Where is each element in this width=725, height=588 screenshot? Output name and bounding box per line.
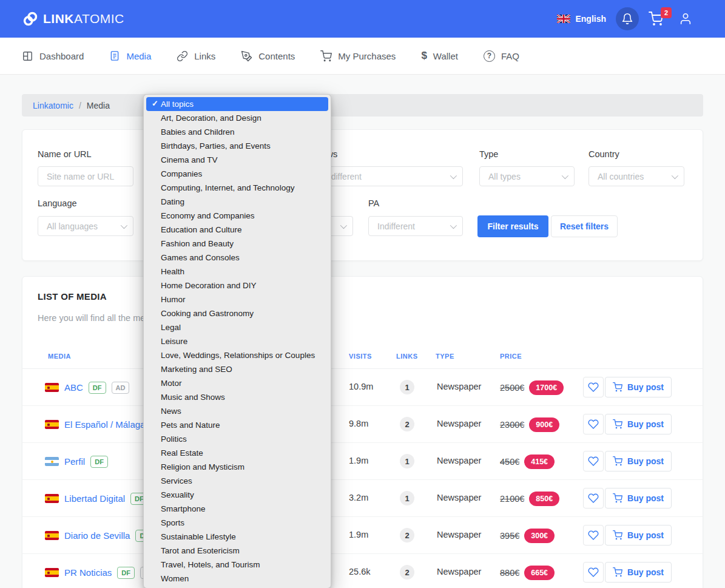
buy-post-button[interactable]: Buy post xyxy=(605,414,672,434)
cart-icon xyxy=(320,50,332,62)
topic-option[interactable]: Humor xyxy=(144,292,331,306)
type-value: Newspaper xyxy=(437,530,481,539)
tab-my-purchases[interactable]: My Purchases xyxy=(320,50,396,62)
buy-post-button[interactable]: Buy post xyxy=(605,488,672,509)
list-title: LIST OF MEDIA xyxy=(38,291,107,302)
old-price: 2500€ xyxy=(500,383,524,393)
country-select[interactable]: All countries xyxy=(588,166,684,186)
media-link[interactable]: Diario de Sevilla xyxy=(64,530,130,541)
cart-icon xyxy=(613,456,622,466)
topic-option[interactable]: Cinema and TV xyxy=(144,153,331,167)
links-count-badge: 2 xyxy=(400,528,414,542)
topic-option[interactable]: Love, Weddings, Relationships or Couples xyxy=(144,348,331,362)
media-link[interactable]: Perfil xyxy=(64,456,85,467)
tab-dashboard[interactable]: Dashboard xyxy=(22,50,84,62)
pa-select[interactable]: Indifferent xyxy=(368,216,463,236)
media-link[interactable]: ABC xyxy=(64,382,83,393)
topic-option[interactable]: Sexuality xyxy=(144,488,331,502)
topic-option[interactable]: Real Estate xyxy=(144,446,331,460)
dollar-icon: $ xyxy=(421,50,427,62)
col-media[interactable]: MEDIA xyxy=(48,353,71,360)
tab-links[interactable]: Links xyxy=(177,50,215,62)
buy-post-button[interactable]: Buy post xyxy=(605,525,672,546)
follows-select[interactable]: Indifferent xyxy=(315,166,463,186)
buy-post-button[interactable]: Buy post xyxy=(605,562,672,583)
col-visits[interactable]: VISITS xyxy=(349,353,372,360)
topic-option[interactable]: Art, Decoration, and Design xyxy=(144,111,331,125)
cart-count-badge: 2 xyxy=(661,7,672,18)
favorite-button[interactable] xyxy=(583,414,604,434)
topic-option[interactable]: Legal xyxy=(144,320,331,334)
heart-icon xyxy=(588,456,599,467)
cart-button[interactable]: 2 xyxy=(649,12,669,26)
old-price: 2300€ xyxy=(500,420,524,430)
favorite-button[interactable] xyxy=(583,525,604,546)
tab-contents[interactable]: Contents xyxy=(241,50,295,62)
topic-option[interactable]: Sports xyxy=(144,516,331,530)
price-badge: 415€ xyxy=(524,455,555,469)
topic-option[interactable]: Birthdays, Parties, and Events xyxy=(144,139,331,153)
topic-option[interactable]: Health xyxy=(144,265,331,279)
tab-faq[interactable]: ? FAQ xyxy=(484,50,519,62)
language-select[interactable]: All languages xyxy=(38,216,133,236)
topic-option[interactable]: Leisure xyxy=(144,334,331,348)
topic-option[interactable]: Sustainable Lifestyle xyxy=(144,530,331,544)
topic-option[interactable]: Companies xyxy=(144,167,331,181)
notifications-button[interactable] xyxy=(616,7,639,30)
favorite-button[interactable] xyxy=(583,562,604,583)
logo-text: LINKATOMIC xyxy=(43,12,124,26)
topic-option[interactable]: Politics xyxy=(144,432,331,446)
col-type[interactable]: TYPE xyxy=(436,353,454,360)
table-header: MEDIA VISITS LINKS TYPE PRICE xyxy=(22,346,703,369)
topic-option[interactable]: Marketing and SEO xyxy=(144,362,331,376)
topic-option[interactable]: Services xyxy=(144,474,331,488)
media-link[interactable]: Libertad Digital xyxy=(64,493,125,504)
topic-option[interactable]: Smartphone xyxy=(144,502,331,516)
col-price[interactable]: PRICE xyxy=(500,353,522,360)
topic-option[interactable]: Home Decoration and DIY xyxy=(144,279,331,292)
user-menu-button[interactable] xyxy=(679,12,692,25)
topic-option[interactable]: Religion and Mysticism xyxy=(144,460,331,474)
language-selector[interactable]: English xyxy=(557,14,606,24)
topic-option[interactable]: Cooking and Gastronomy xyxy=(144,306,331,320)
breadcrumb-root-link[interactable]: Linkatomic xyxy=(33,101,73,110)
topic-option[interactable]: Music and Shows xyxy=(144,390,331,404)
media-link[interactable]: El Español / Málaga xyxy=(64,419,145,430)
cart-icon xyxy=(613,530,622,540)
topic-option[interactable]: Economy and Companies xyxy=(144,209,331,223)
topic-option[interactable]: ✓ All topics xyxy=(146,97,328,111)
favorite-button[interactable] xyxy=(583,451,604,471)
topic-option[interactable]: Babies and Children xyxy=(144,125,331,139)
filter-results-button[interactable]: Filter results xyxy=(477,215,548,237)
type-value: Newspaper xyxy=(437,493,481,502)
topic-option[interactable]: Pets and Nature xyxy=(144,418,331,432)
topic-option[interactable]: Travel, Hotels, and Tourism xyxy=(144,558,331,572)
favorite-button[interactable] xyxy=(583,377,604,397)
cart-icon xyxy=(613,567,622,577)
bell-icon xyxy=(621,13,633,25)
uk-flag-icon xyxy=(557,15,570,23)
topic-option[interactable]: Women xyxy=(144,572,331,586)
buy-post-button[interactable]: Buy post xyxy=(605,377,672,397)
reset-filters-button[interactable]: Reset filters xyxy=(551,215,618,237)
buy-post-button[interactable]: Buy post xyxy=(605,451,672,471)
topic-option[interactable]: Games and Consoles xyxy=(144,251,331,265)
media-link[interactable]: PR Noticias xyxy=(64,567,112,578)
topic-option[interactable]: Dating xyxy=(144,195,331,209)
links-count-badge: 2 xyxy=(400,417,414,431)
tab-media[interactable]: Media xyxy=(109,50,151,61)
topic-option[interactable]: Motor xyxy=(144,376,331,390)
topic-option[interactable]: News xyxy=(144,404,331,418)
tab-wallet[interactable]: $ Wallet xyxy=(421,50,458,62)
topic-option[interactable]: Computing, Internet, and Technology xyxy=(144,181,331,195)
topic-option[interactable]: Tarot and Esotericism xyxy=(144,544,331,558)
topic-option[interactable]: Education and Culture xyxy=(144,223,331,237)
type-select[interactable]: All types xyxy=(479,166,575,186)
favorite-button[interactable] xyxy=(583,488,604,509)
topic-option[interactable]: Fashion and Beauty xyxy=(144,237,331,251)
col-links[interactable]: LINKS xyxy=(396,353,418,360)
table-row: Diario de Sevilla DF 1.9m 2 Newspaper 39… xyxy=(22,517,703,554)
site-name-input[interactable] xyxy=(47,172,124,181)
linkatomic-logo[interactable]: LINKATOMIC xyxy=(22,10,124,27)
old-price: 880€ xyxy=(500,568,519,578)
